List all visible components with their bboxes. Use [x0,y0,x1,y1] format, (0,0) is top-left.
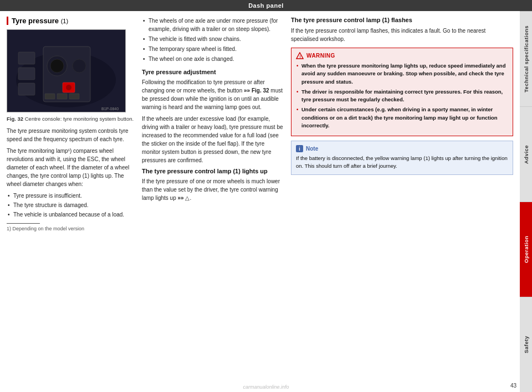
adjustment-title: Tyre pressure adjustment [142,69,283,75]
left-para-1: The tyre pressure monitoring system cont… [7,127,134,143]
svg-point-7 [50,59,64,73]
tab-safety[interactable]: Safety [520,297,532,392]
list-item: The wheel on one axle is changed. [142,55,283,63]
note-text: If the battery is disconnected, the yell… [296,154,508,171]
tyre-monitoring-image: B1P-0840 [7,29,126,112]
svg-rect-12 [57,94,67,99]
svg-rect-11 [45,94,55,99]
warning-bullet-list: When the tyre pressure monitoring lamp l… [296,62,508,130]
control-lamp-text: If the tyre pressure of one or more whee… [142,177,283,202]
svg-rect-4 [18,83,35,95]
left-para-2: The tyre monitoring lamp¹) compares whee… [7,147,134,188]
svg-text:B1P-0840: B1P-0840 [101,107,119,111]
note-icon: i [296,145,303,152]
header-title: Dash panel [248,2,284,9]
svg-point-8 [73,59,86,73]
image-caption-text: Centre console: tyre monitoring system b… [25,116,134,122]
adjustment-para-1: Following the modification to tyre press… [142,78,283,111]
center-bullet-list: The wheels of one axle are under more pr… [142,17,283,63]
warning-triangle-icon: ! [296,52,304,59]
section-title: Tyre pressure (1) [7,17,134,25]
tab-advice[interactable]: Advice [520,106,532,202]
svg-point-10 [66,85,71,90]
left-column: Tyre pressure (1) [7,17,134,386]
list-item: The temporary spare wheel is fitted. [142,45,283,53]
flashes-title: The tyre pressure control lamp (1) flash… [291,17,513,23]
flashes-text: If the tyre pressure control lamp flashe… [291,27,513,43]
watermark: carmanualonline.info [243,384,289,390]
side-tabs: Technical specifications Advice Operatio… [520,11,532,392]
note-box: i Note If the battery is disconnected, t… [291,141,513,175]
note-label: Note [306,146,318,152]
tab-technical-specifications[interactable]: Technical specifications [520,11,532,106]
warning-header: ! WARNING [296,52,508,59]
list-item: When the tyre pressure monitoring lamp l… [296,62,508,86]
svg-rect-3 [18,68,35,80]
page-header: Dash panel [0,0,532,11]
left-bullet-list: Tyre pressure is insufficient. The tyre … [7,192,134,219]
warning-box: ! WARNING When the tyre pressure monitor… [291,48,513,136]
footnote: 1) Depending on the model version [7,226,134,231]
image-caption: Fig. 32 Centre console: tyre monitoring … [7,116,134,122]
adjustment-para-2: If the wheels are under excessive load (… [142,115,283,164]
right-column: The tyre pressure control lamp (1) flash… [291,17,513,386]
svg-rect-2 [18,52,35,64]
list-item: The wheels of one axle are under more pr… [142,17,283,33]
control-lamp-title: The tyre pressure control lamp (1) light… [142,168,283,174]
tab-operation[interactable]: Operation [520,202,532,297]
list-item: The tyre structure is damaged. [7,201,134,209]
page-number: 43 [510,383,516,389]
list-item: The vehicle is unbalanced because of a l… [7,210,134,219]
list-item: Under certain circumstances (e.g. when d… [296,106,508,130]
list-item: The vehicle is fitted with snow chains. [142,35,283,43]
warning-label: WARNING [306,53,335,59]
svg-text:!: ! [300,55,301,59]
list-item: Tyre pressure is insufficient. [7,192,134,200]
footnote-divider [7,223,40,224]
list-item: The driver is responsible for maintainin… [296,88,508,104]
svg-rect-13 [69,94,79,99]
note-header: i Note [296,145,508,152]
center-column: The wheels of one axle are under more pr… [142,17,283,386]
